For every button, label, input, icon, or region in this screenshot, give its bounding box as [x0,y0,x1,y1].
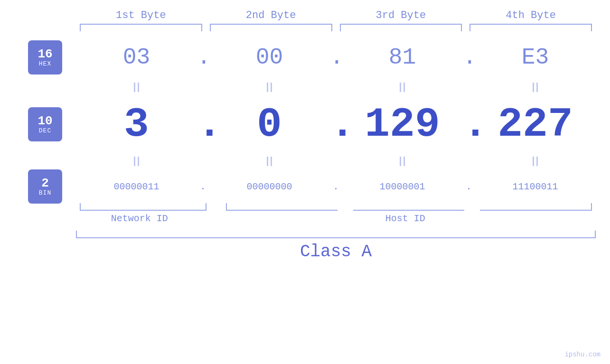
par-lines-5 [134,157,139,166]
byte2-header: 2nd Byte [206,9,336,21]
byte3-header: 3rd Byte [336,9,466,21]
par-line-8b [536,157,538,166]
bin-dot3: . [463,181,475,192]
par-line-1b [138,83,139,92]
par-line-3b [404,83,405,92]
par-cell-4 [475,79,596,96]
par-line-4b [536,83,538,92]
dec-dot3: . [463,101,475,148]
par-lines-4 [533,83,538,92]
bin-byte1: 00000011 [76,181,197,192]
byte1-header: 1st Byte [76,9,206,21]
par-line-7a [400,157,401,166]
bin-badge: 2 BIN [28,169,62,204]
hex-badge: 16 HEX [28,40,62,75]
main-layout: 1st Byte 2nd Byte 3rd Byte 4th Byte 16 H… [0,0,610,266]
bin-badge-number: 2 [41,177,49,189]
host-bracket-mid [353,203,464,211]
segment-labels-row: Network ID Host ID [76,213,596,224]
hex-badge-number: 16 [38,48,52,60]
bin-dot1: . [197,181,209,192]
par-cell-7 [342,153,463,170]
hex-badge-area: 16 HEX [14,40,76,75]
class-label: Class A [76,242,596,261]
watermark: ipshu.com [564,351,601,358]
par-line-7b [404,157,405,166]
dec-byte3: 129 [342,101,463,148]
par-line-2b [271,83,272,92]
dec-values-row: 3 . 0 . 129 . 227 [76,101,596,148]
par-line-5b [138,157,139,166]
par-line-1a [134,83,135,92]
par-cell-6 [209,153,330,170]
host-bracket-left [226,203,338,211]
dec-badge-number: 10 [38,115,52,127]
par-sep-1 [76,79,596,96]
bin-byte2: 00000000 [209,181,330,192]
par-sep-2 [76,153,596,170]
top-brackets-row [76,24,596,31]
hex-dot1: . [197,45,209,70]
bin-badge-label: BIN [39,189,51,196]
host-bracket-area [222,203,596,211]
host-id-label: Host ID [215,213,596,224]
par-cell-8 [475,153,596,170]
byte4-header: 4th Byte [466,9,596,21]
par-lines-8 [533,157,538,166]
top-bracket-2 [210,24,332,31]
bin-byte4: 11100011 [475,181,596,192]
dec-byte1: 3 [76,101,197,148]
dec-row: 10 DEC 3 . 0 . 129 . 227 [14,96,596,153]
hex-byte1: 03 [76,45,197,70]
hex-badge-label: HEX [39,60,51,67]
par-line-4a [533,83,534,92]
par-lines-6 [267,157,272,166]
top-bracket-3 [340,24,462,31]
network-bracket [80,203,206,211]
class-label-row: Class A [76,242,596,261]
bottom-brackets-container [76,203,596,211]
par-cell-5 [76,153,197,170]
bin-byte3: 10000001 [342,181,463,192]
dec-badge-area: 10 DEC [14,107,76,141]
par-lines-1 [134,83,139,92]
par-line-6a [267,157,268,166]
hex-dot2: . [330,45,342,70]
top-bracket-1 [80,24,202,31]
hex-byte4: E3 [475,45,596,70]
par-line-8a [533,157,534,166]
dec-dot2: . [330,101,342,148]
bin-values-row: 00000011 . 00000000 . 10000001 . 1110001… [76,181,596,192]
par-lines-3 [400,83,405,92]
hex-byte3: 81 [342,45,463,70]
dec-badge-label: DEC [39,127,51,134]
bin-dot2: . [330,181,342,192]
hex-dot3: . [463,45,475,70]
network-id-label: Network ID [76,213,203,224]
par-cell-3 [342,79,463,96]
hex-values-row: 03 . 00 . 81 . E3 [76,45,596,70]
hex-byte2: 00 [209,45,330,70]
dec-badge: 10 DEC [28,107,62,141]
dec-dot1: . [197,101,209,148]
par-line-3a [400,83,401,92]
bin-row: 2 BIN 00000011 . 00000000 . 10000001 . 1… [14,170,596,203]
big-bracket-row [76,231,596,238]
hex-row: 16 HEX 03 . 00 . 81 . E3 [14,36,596,79]
par-line-2a [267,83,268,92]
big-bottom-bracket [76,231,596,238]
par-lines-2 [267,83,272,92]
par-cell-1 [76,79,197,96]
label-spacer [203,213,215,224]
host-bracket-right [480,203,592,211]
dec-byte2: 0 [209,101,330,148]
par-line-5a [134,157,135,166]
par-lines-7 [400,157,405,166]
par-line-6b [271,157,272,166]
top-bracket-4 [469,24,592,31]
byte-headers-row: 1st Byte 2nd Byte 3rd Byte 4th Byte [76,9,596,21]
par-cell-2 [209,79,330,96]
bin-badge-area: 2 BIN [14,169,76,204]
dec-byte4: 227 [475,101,596,148]
